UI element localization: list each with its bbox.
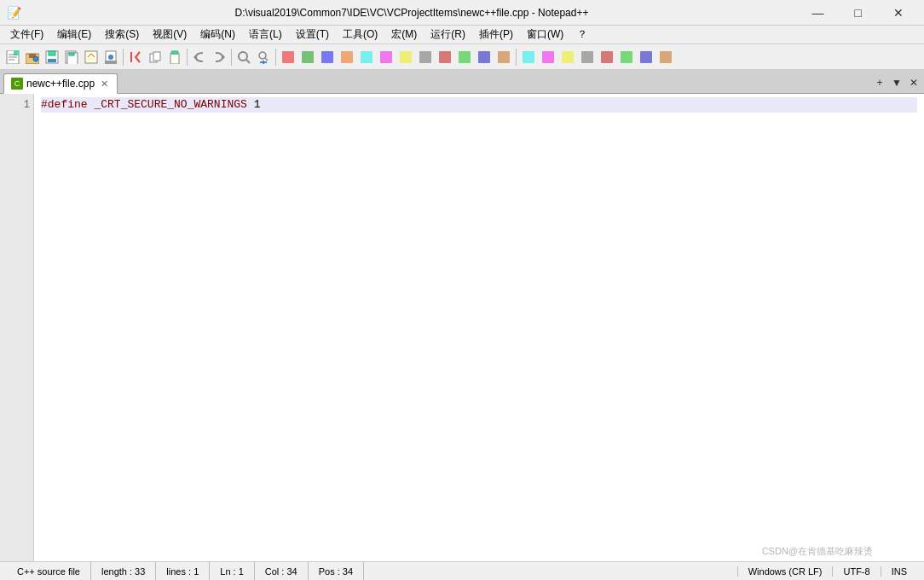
toolbar-separator-16 bbox=[275, 49, 276, 66]
tab-close-button[interactable]: ✕ bbox=[98, 78, 110, 90]
toolbar-button-5[interactable] bbox=[101, 48, 120, 67]
svg-rect-20 bbox=[170, 54, 179, 64]
app-icon: 📝 bbox=[7, 6, 21, 20]
toolbar-button-11[interactable] bbox=[234, 48, 253, 67]
status-ln: Ln : 1 bbox=[210, 562, 255, 580]
toolbar-button-extra-20[interactable] bbox=[338, 48, 356, 67]
svg-marker-23 bbox=[222, 55, 225, 60]
svg-rect-48 bbox=[640, 51, 652, 63]
toolbar-button-extra-28[interactable] bbox=[494, 48, 513, 67]
toolbar-button-extra-19[interactable] bbox=[318, 48, 337, 67]
toolbar-button-extra-18[interactable] bbox=[298, 48, 317, 67]
code-editor[interactable]: #define _CRT_SECURE_NO_WARNINGS 1 bbox=[34, 94, 924, 561]
svg-rect-31 bbox=[302, 51, 314, 63]
code-token-define: #define bbox=[41, 98, 88, 111]
toolbar-button-extra-17[interactable] bbox=[279, 48, 297, 67]
svg-rect-49 bbox=[660, 51, 672, 63]
code-line-1: #define _CRT_SECURE_NO_WARNINGS 1 bbox=[41, 97, 917, 113]
svg-rect-34 bbox=[361, 51, 372, 63]
new-tab-button[interactable]: + bbox=[873, 76, 886, 90]
toolbar-button-extra-34[interactable] bbox=[598, 48, 616, 67]
menu-item-R[interactable]: 运行(R) bbox=[424, 26, 472, 44]
toolbar-button-9[interactable] bbox=[190, 48, 209, 67]
toolbar-button-extra-31[interactable] bbox=[539, 48, 557, 67]
menu-item-E[interactable]: 编辑(E) bbox=[50, 26, 98, 44]
line-numbers-gutter: 1 bbox=[0, 94, 34, 561]
toolbar-button-10[interactable] bbox=[210, 48, 228, 67]
svg-rect-44 bbox=[562, 51, 574, 63]
menu-item-S[interactable]: 搜索(S) bbox=[98, 26, 146, 44]
tab-newcppfile[interactable]: C newc++file.cpp ✕ bbox=[3, 73, 118, 94]
svg-rect-47 bbox=[621, 51, 632, 63]
status-col: Col : 34 bbox=[255, 562, 309, 580]
tab-file-icon: C bbox=[11, 78, 23, 90]
svg-rect-45 bbox=[581, 51, 593, 63]
svg-rect-16 bbox=[105, 61, 117, 64]
toolbar-button-0[interactable] bbox=[3, 48, 22, 67]
toolbar-button-extra-32[interactable] bbox=[558, 48, 577, 67]
toolbar-button-extra-25[interactable] bbox=[436, 48, 454, 67]
svg-rect-40 bbox=[478, 51, 490, 63]
status-lines: lines : 1 bbox=[156, 562, 210, 580]
svg-rect-17 bbox=[108, 55, 113, 60]
status-right-group: Windows (CR LF) UTF-8 INS bbox=[737, 566, 917, 577]
close-all-tabs-button[interactable]: ✕ bbox=[907, 76, 921, 90]
close-button[interactable]: ✕ bbox=[879, 0, 917, 26]
toolbar-button-extra-36[interactable] bbox=[637, 48, 655, 67]
tab-bar: C newc++file.cpp ✕ + ▼ ✕ bbox=[0, 70, 924, 94]
status-bar: C++ source file length : 33 lines : 1 Ln… bbox=[0, 561, 924, 580]
toolbar-separator-29 bbox=[516, 49, 517, 66]
menu-item-W[interactable]: 窗口(W) bbox=[520, 26, 570, 44]
toolbar-button-8[interactable] bbox=[165, 48, 184, 67]
toolbar-button-1[interactable] bbox=[23, 48, 42, 67]
menu-bar: 文件(F)编辑(E)搜索(S)视图(V)编码(N)语言(L)设置(T)工具(O)… bbox=[0, 26, 924, 44]
menu-item-O[interactable]: 工具(O) bbox=[336, 26, 384, 44]
menu-item-P[interactable]: 插件(P) bbox=[472, 26, 520, 44]
svg-rect-43 bbox=[542, 51, 554, 63]
maximize-button[interactable]: □ bbox=[839, 0, 877, 26]
svg-rect-13 bbox=[69, 53, 74, 55]
tab-bar-controls: + ▼ ✕ bbox=[873, 76, 921, 93]
toolbar-button-2[interactable] bbox=[43, 48, 61, 67]
toolbar-button-extra-33[interactable] bbox=[578, 48, 597, 67]
svg-marker-22 bbox=[193, 55, 196, 60]
toolbar-button-12[interactable] bbox=[254, 48, 273, 67]
toolbar-button-6[interactable] bbox=[126, 48, 145, 67]
toolbar-button-3[interactable] bbox=[62, 48, 81, 67]
minimize-button[interactable]: — bbox=[799, 0, 837, 26]
toolbar-separator-10 bbox=[187, 49, 188, 66]
toolbar-button-extra-22[interactable] bbox=[377, 48, 396, 67]
status-encoding: UTF-8 bbox=[832, 566, 880, 577]
svg-rect-42 bbox=[523, 51, 534, 63]
menu-item-L[interactable]: 语言(L) bbox=[242, 26, 289, 44]
svg-rect-9 bbox=[49, 51, 55, 55]
tab-list-button[interactable]: ▼ bbox=[890, 76, 904, 90]
toolbar-button-extra-37[interactable] bbox=[656, 48, 675, 67]
toolbar-button-7[interactable] bbox=[146, 48, 165, 67]
menu-item-[interactable]: ？ bbox=[570, 26, 594, 44]
toolbar-button-extra-26[interactable] bbox=[455, 48, 474, 67]
toolbar-button-4[interactable] bbox=[82, 48, 101, 67]
toolbar bbox=[0, 44, 924, 70]
menu-item-M[interactable]: 宏(M) bbox=[384, 26, 424, 44]
line-number-1: 1 bbox=[0, 97, 33, 113]
menu-item-F[interactable]: 文件(F) bbox=[3, 26, 50, 44]
svg-rect-37 bbox=[419, 51, 431, 63]
toolbar-button-extra-35[interactable] bbox=[617, 48, 636, 67]
menu-item-V[interactable]: 视图(V) bbox=[146, 26, 193, 44]
toolbar-separator-6 bbox=[123, 49, 124, 66]
menu-item-T[interactable]: 设置(T) bbox=[289, 26, 336, 44]
toolbar-button-extra-27[interactable] bbox=[475, 48, 494, 67]
svg-rect-46 bbox=[601, 51, 613, 63]
menu-item-N[interactable]: 编码(N) bbox=[193, 26, 242, 44]
svg-rect-14 bbox=[85, 51, 97, 63]
svg-rect-30 bbox=[282, 51, 294, 63]
tab-label: newc++file.cpp bbox=[26, 78, 95, 90]
toolbar-button-extra-30[interactable] bbox=[519, 48, 538, 67]
svg-rect-36 bbox=[400, 51, 412, 63]
toolbar-button-extra-21[interactable] bbox=[357, 48, 376, 67]
title-bar: 📝 D:\visual2019\Common7\IDE\VC\VCProject… bbox=[0, 0, 924, 26]
status-filetype: C++ source file bbox=[7, 562, 91, 580]
toolbar-button-extra-24[interactable] bbox=[416, 48, 435, 67]
toolbar-button-extra-23[interactable] bbox=[396, 48, 415, 67]
